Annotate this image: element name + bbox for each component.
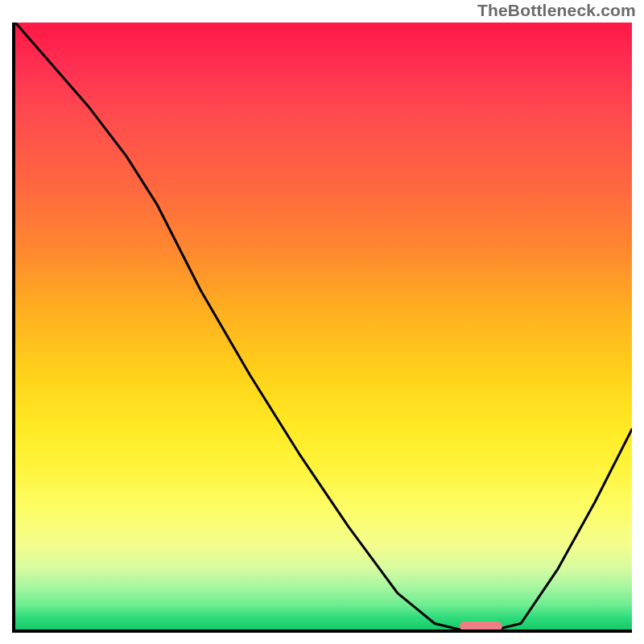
gradient-background	[15, 23, 632, 630]
watermark-text: TheBottleneck.com	[477, 2, 636, 19]
chart-container: TheBottleneck.com	[0, 0, 644, 644]
